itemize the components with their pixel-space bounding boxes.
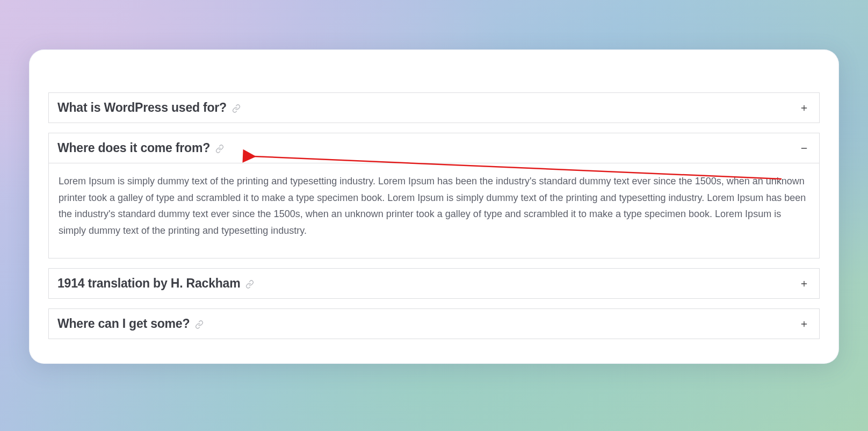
accordion-title: What is WordPress used for? — [57, 100, 227, 115]
link-icon[interactable] — [232, 104, 241, 113]
accordion-header-wordpress[interactable]: What is WordPress used for? — [48, 92, 820, 123]
accordion-title-wrap: Where can I get some? — [57, 317, 204, 331]
accordion-title: Where can I get some? — [57, 317, 190, 331]
minus-icon — [799, 143, 809, 154]
link-icon[interactable] — [195, 320, 204, 329]
link-icon[interactable] — [215, 145, 224, 153]
plus-icon — [799, 278, 809, 289]
plus-icon — [799, 319, 809, 329]
accordion-item: Where does it come from? Lorem Ipsum is … — [48, 133, 820, 258]
accordion-item: 1914 translation by H. Rackham — [48, 268, 820, 299]
accordion-content: Lorem Ipsum is simply dummy text of the … — [59, 173, 809, 239]
accordion-header-where-from[interactable]: Where does it come from? — [48, 133, 820, 163]
accordion-title-wrap: Where does it come from? — [57, 141, 224, 155]
accordion-header-get-some[interactable]: Where can I get some? — [48, 308, 820, 339]
accordion-title-wrap: What is WordPress used for? — [57, 100, 241, 115]
accordion-title: Where does it come from? — [57, 141, 210, 155]
accordion-header-1914[interactable]: 1914 translation by H. Rackham — [48, 268, 820, 299]
plus-icon — [799, 103, 809, 113]
accordion-title: 1914 translation by H. Rackham — [57, 276, 240, 291]
link-icon[interactable] — [245, 280, 254, 289]
accordion-body: Lorem Ipsum is simply dummy text of the … — [48, 163, 820, 258]
accordion-title-wrap: 1914 translation by H. Rackham — [57, 276, 254, 291]
accordion-item: Where can I get some? — [48, 308, 820, 339]
accordion-card: What is WordPress used for? Where does i… — [29, 49, 839, 364]
accordion-item: What is WordPress used for? — [48, 92, 820, 123]
faq-accordion: What is WordPress used for? Where does i… — [48, 92, 820, 339]
